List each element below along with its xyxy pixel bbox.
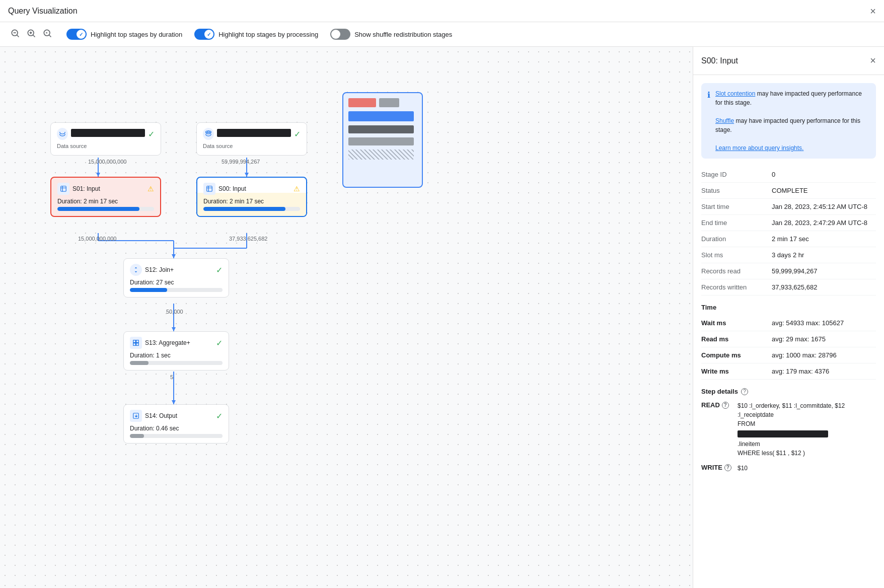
learn-more-link[interactable]: Learn more about query insights. [715,144,803,152]
svg-line-6 [33,35,35,37]
s13-header: S13: Aggregate+ ✓ [130,337,223,349]
datasource2-check: ✓ [294,129,301,139]
step-details-help-icon[interactable]: ? [741,388,748,395]
s00-icon [203,183,215,195]
slot-contention-link[interactable]: Slot contention [715,90,755,97]
s00-node[interactable]: S00: Input ⚠ Duration: 2 min 17 sec [196,177,307,217]
panel-close-button[interactable]: × [870,55,876,66]
datasource2-label: Data source [203,143,301,149]
count-ds1: 15,000,000,000 [88,159,126,165]
datasource1-node[interactable]: ✓ Data source [50,122,161,156]
time-value: avg: 29 max: 1675 [772,331,876,347]
time-table-row: Wait msavg: 54933 max: 105627 [701,315,876,331]
s13-node[interactable]: S13: Aggregate+ ✓ Duration: 1 sec [123,331,229,371]
highlight-duration-toggle[interactable] [66,29,87,40]
s12-check: ✓ [216,265,223,275]
datasource1-label: Data source [57,143,155,149]
s14-duration: Duration: 0.46 sec [130,425,223,432]
canvas-area[interactable]: ✓ Data source 15,000,000,000 ✓ Data sour… [0,47,693,588]
time-label: Wait ms [701,315,772,331]
write-label: WRITE ? [701,464,731,471]
mini-chart-row1 [348,98,417,107]
top-bar: Query Visualization × [0,0,884,22]
s01-duration: Duration: 2 min 17 sec [57,198,154,205]
shuffle-toggle[interactable] [330,29,350,40]
s14-progress [130,434,223,438]
time-value: avg: 54933 max: 105627 [772,315,876,331]
highlight-duration-toggle-group[interactable]: Highlight top stages by duration [66,29,182,40]
s00-warn: ⚠ [293,185,300,193]
info-table: Stage ID0StatusCOMPLETEStart timeJan 28,… [701,167,876,296]
highlight-processing-toggle[interactable] [194,29,214,40]
zoom-in-button[interactable] [24,26,38,42]
write-label-text: WRITE [701,464,722,471]
s00-progress [203,207,300,211]
zoom-out-button[interactable] [8,26,22,42]
toolbar: Highlight top stages by duration Highlig… [0,22,884,47]
svg-rect-27 [61,186,66,192]
info-table-row: Start timeJan 28, 2023, 2:45:12 AM UTC-8 [701,199,876,215]
read-value2-text: .lineitem WHERE less( $11 , $12 ) [738,440,805,457]
alert-text: Slot contention may have impacted query … [715,89,870,153]
read-redacted-bar [738,430,828,437]
datasource1-icon [57,128,68,140]
mini-chart-bar-red [348,98,376,107]
s01-node[interactable]: S01: Input ⚠ Duration: 2 min 17 sec [50,177,161,217]
close-button[interactable]: × [870,6,876,16]
datasource1-header: ✓ [57,128,155,140]
write-value: $10 [738,464,748,473]
datasource1-check: ✓ [148,129,155,139]
s14-progress-fill [130,434,144,438]
right-panel: S00: Input × ℹ Slot contention may have … [693,47,884,588]
shuffle-label: Show shuffle redistribution stages [354,31,452,38]
s12-title: S12: Join+ [145,266,213,273]
zoom-reset-button[interactable] [40,26,54,42]
time-table-row: Read msavg: 29 max: 1675 [701,331,876,347]
s13-check: ✓ [216,338,223,348]
step-details-title: Step details [701,388,738,395]
s01-icon [57,183,69,195]
mini-chart-node [342,92,423,188]
s12-progress-fill [130,288,167,292]
s13-progress-fill [130,361,149,365]
info-label: Stage ID [701,167,772,183]
svg-line-2 [17,35,19,37]
datasource2-header: ✓ [203,128,301,140]
s12-progress [130,288,223,292]
info-value: 2 min 17 sec [772,231,876,247]
s14-node[interactable]: S14: Output ✓ Duration: 0.46 sec [123,404,229,444]
highlight-processing-toggle-group[interactable]: Highlight top stages by processing [194,29,318,40]
info-table-row: Stage ID0 [701,167,876,183]
read-help-icon[interactable]: ? [722,402,729,409]
shuffle-link[interactable]: Shuffle [715,117,734,124]
read-label: READ ? [701,401,731,409]
write-help-icon[interactable]: ? [724,464,731,471]
shuffle-toggle-group[interactable]: Show shuffle redistribution stages [330,29,452,40]
info-value: 0 [772,167,876,183]
s12-header: S12: Join+ ✓ [130,264,223,276]
svg-point-26 [206,131,211,133]
s13-progress [130,361,223,365]
panel-title: S00: Input [701,56,738,65]
s12-node[interactable]: S12: Join+ ✓ Duration: 27 sec [123,258,229,298]
mini-chart-bar-blue1 [348,111,414,121]
info-value: Jan 28, 2023, 2:45:12 AM UTC-8 [772,199,876,215]
s14-title: S14: Output [145,412,213,419]
svg-rect-29 [133,340,136,343]
svg-marker-21 [172,327,176,331]
info-table-row: StatusCOMPLETE [701,183,876,199]
info-label: Status [701,183,772,199]
s00-progress-fill [203,207,285,211]
read-label-text: READ [701,401,720,409]
time-table-row: Compute msavg: 1000 max: 28796 [701,347,876,363]
count-s01-s12: 15,000,000,000 [78,236,116,242]
read-value: $10 :l_orderkey, $11 :l_commitdate, $12 … [738,401,876,458]
s13-duration: Duration: 1 sec [130,352,223,359]
svg-marker-12 [245,173,249,177]
svg-marker-16 [172,254,176,258]
time-label: Write ms [701,363,772,380]
highlight-duration-label: Highlight top stages by duration [91,31,182,38]
time-section-title: Time [701,304,876,311]
svg-line-8 [49,35,51,37]
datasource2-node[interactable]: ✓ Data source [196,122,307,156]
